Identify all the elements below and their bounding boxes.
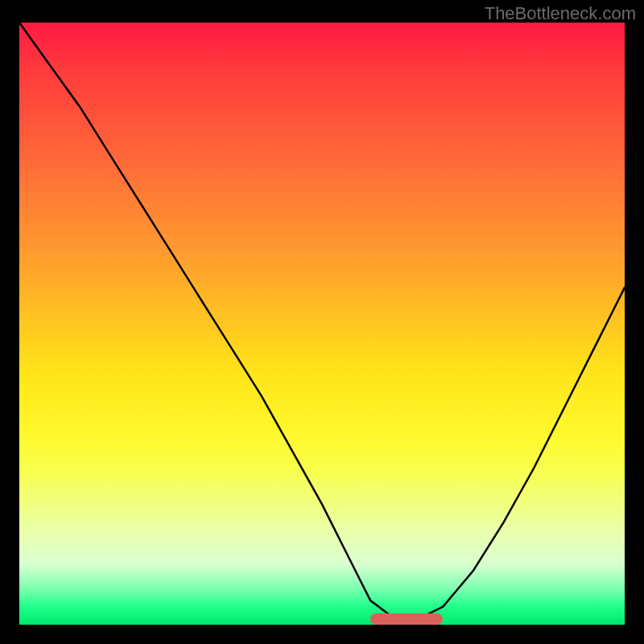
valley-marker (370, 613, 443, 625)
chart-plot-area (19, 23, 625, 625)
watermark-text: TheBottleneck.com (485, 3, 636, 24)
bottleneck-curve (19, 23, 625, 625)
